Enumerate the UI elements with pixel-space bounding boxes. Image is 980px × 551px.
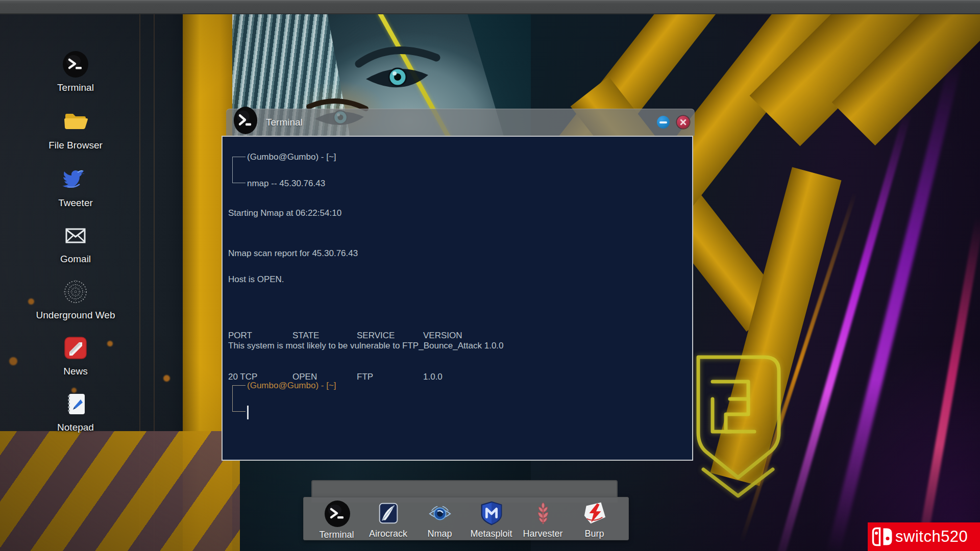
desktop-icon-label: Notepad — [30, 422, 121, 433]
desktop-icon-file-browser[interactable]: File Browser — [30, 109, 121, 151]
vulnerability-line: This system is most likely to be vulnera… — [228, 341, 504, 351]
terminal-line: Nmap scan report for 45.30.76.43 — [228, 248, 358, 259]
terminal-prompt-block: (Gumbo@Gumbo) - [~] nmap -- 45.30.76.43 — [223, 144, 336, 197]
dock-item-label: Airocrack — [362, 529, 414, 539]
prompt-command: nmap -- 45.30.76.43 — [247, 179, 325, 189]
dock-item-burp[interactable]: Burp — [569, 500, 620, 539]
prompt-bracket — [232, 157, 246, 183]
dock-item-metasploit[interactable]: Metasploit — [465, 500, 517, 539]
desktop-icon-tweeter[interactable]: Tweeter — [30, 166, 121, 209]
dock: Terminal Airocrack Nmap Metasploit Harve — [303, 497, 629, 540]
desktop-icon-underground-web[interactable]: Underground Web — [30, 279, 121, 321]
prompt-user: (Gumbo@Gumbo) - [~] — [247, 152, 336, 162]
bird-icon — [62, 166, 89, 193]
dock-item-label: Nmap — [414, 529, 465, 539]
close-button[interactable] — [677, 116, 690, 129]
desktop-icon-notepad[interactable]: Notepad — [30, 391, 121, 433]
dock-item-nmap[interactable]: Nmap — [414, 500, 465, 539]
dock-item-harvester[interactable]: Harvester — [517, 500, 569, 539]
envelope-icon — [62, 222, 89, 249]
desktop-icon-label: Underground Web — [30, 310, 121, 321]
prompt-input-line[interactable] — [247, 399, 336, 425]
harvester-feather-icon — [530, 500, 556, 526]
desktop-icon-label: News — [30, 366, 121, 377]
terminal-icon — [62, 51, 89, 78]
terminal-line: Host is OPEN. — [228, 274, 284, 285]
port-header: PORT — [228, 329, 292, 342]
desktop-icon-label: Terminal — [30, 82, 121, 93]
terminal-icon — [233, 106, 258, 135]
notepad-icon — [62, 391, 89, 417]
dock-item-label: Terminal — [311, 530, 362, 540]
dock-item-label: Metasploit — [465, 529, 517, 539]
window-controls — [657, 116, 690, 129]
terminal-icon — [324, 500, 350, 526]
metasploit-shield-icon — [479, 500, 504, 526]
service-header: SERVICE — [357, 329, 423, 342]
watermark: switch520 — [868, 522, 980, 551]
terminal-window: Terminal (Gumbo@Gumbo) - [~] nmap -- 45.… — [222, 109, 693, 461]
web-mandala-icon — [62, 279, 89, 305]
desktop-icon-gomail[interactable]: Gomail — [30, 222, 121, 265]
desktop-icon-label: Tweeter — [30, 197, 121, 209]
dock-item-airocrack[interactable]: Airocrack — [362, 500, 414, 539]
top-bar — [0, 0, 980, 14]
nmap-eye-icon — [427, 500, 453, 526]
switch-logo-icon — [871, 525, 894, 548]
version-value: 1.0.0 — [423, 370, 443, 384]
window-title: Terminal — [266, 109, 303, 136]
desktop-icon-label: File Browser — [30, 140, 121, 151]
prompt-user-line: (Gumbo@Gumbo) - [~] — [247, 372, 336, 399]
prompt-user-line: (Gumbo@Gumbo) - [~] — [247, 144, 336, 170]
minimize-button[interactable] — [657, 116, 670, 129]
terminal-line: Starting Nmap at 06:22:54:10 — [228, 208, 341, 218]
terminal-titlebar[interactable]: Terminal — [226, 109, 695, 136]
prompt-command-line: nmap -- 45.30.76.43 — [247, 170, 336, 197]
desktop-icon-news[interactable]: News — [30, 335, 121, 377]
terminal-prompt-block: (Gumbo@Gumbo) - [~] — [223, 372, 336, 425]
burp-bolt-icon — [582, 500, 607, 526]
dock-item-terminal[interactable]: Terminal — [311, 500, 362, 540]
service-value: FTP — [357, 370, 423, 384]
watermark-text: switch520 — [895, 528, 968, 546]
folder-icon — [62, 109, 89, 135]
dock-item-label: Burp — [569, 529, 620, 539]
news-icon — [62, 335, 89, 361]
state-header: STATE — [292, 329, 357, 342]
terminal-output[interactable]: (Gumbo@Gumbo) - [~] nmap -- 45.30.76.43 … — [222, 136, 693, 461]
prompt-user: (Gumbo@Gumbo) - [~] — [247, 381, 336, 391]
prompt-bracket — [232, 385, 246, 412]
version-header: VERSION — [423, 329, 462, 342]
dock-item-label: Harvester — [517, 529, 569, 539]
desktop-icon-label: Gomail — [30, 254, 121, 265]
port-table-header: PORTSTATESERVICEVERSION — [228, 329, 462, 342]
screen: Terminal File Browser Tweeter Gomail Und… — [0, 0, 980, 551]
text-cursor — [247, 406, 249, 419]
airocrack-feather-icon — [376, 500, 401, 526]
desktop-icon-terminal[interactable]: Terminal — [30, 51, 121, 93]
